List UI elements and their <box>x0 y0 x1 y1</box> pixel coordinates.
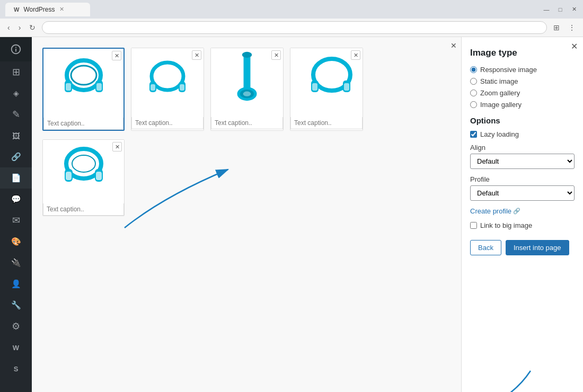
media-icon: 🖼 <box>12 131 20 140</box>
forward-button[interactable]: › <box>16 22 23 33</box>
back-button[interactable]: Back <box>470 240 501 255</box>
gallery-item-1[interactable]: ✕ <box>42 48 125 131</box>
sidebar-item-plugins[interactable]: 🔌 <box>0 252 32 273</box>
sidebar-item-posts[interactable]: ✎ <box>0 104 32 125</box>
svg-rect-4 <box>96 83 102 91</box>
image-type-options: Responsive image Static image Zoom galle… <box>470 66 575 109</box>
plugins-icon: 🔌 <box>11 258 21 268</box>
create-profile-label: Create profile <box>470 207 511 215</box>
tab-close-button[interactable]: ✕ <box>59 6 64 13</box>
tab-title: WordPress <box>23 6 55 13</box>
sidebar-item-tools[interactable]: 🔧 <box>0 295 32 316</box>
appearance-icon: 🎨 <box>11 237 21 246</box>
address-bar[interactable] <box>42 21 547 34</box>
gallery-item-close-2[interactable]: ✕ <box>192 50 201 60</box>
sidebar-item-users[interactable]: 👤 <box>0 273 32 295</box>
gallery-item-3[interactable]: ✕ <box>210 48 284 131</box>
sidebar-menu: ⊞ ◈ ✎ 🖼 🔗 📄 💬 ✉ 🎨 🔌 👤 🔧 ⚙ W S <box>0 61 32 379</box>
sidebar-item-appearance[interactable]: 🎨 <box>0 231 32 252</box>
svg-point-5 <box>71 66 96 85</box>
sidebar-item-wp[interactable]: W <box>0 337 32 358</box>
caption-input-2[interactable] <box>131 117 204 129</box>
radio-gallery[interactable]: Image gallery <box>470 101 575 109</box>
svg-point-12 <box>242 52 252 58</box>
window-controls: — □ ✕ <box>543 6 578 13</box>
wordpress-icon <box>10 43 22 55</box>
caption-input-3[interactable] <box>211 117 283 129</box>
caption-input-1[interactable] <box>43 118 123 130</box>
gallery-close-button[interactable]: ✕ <box>450 41 457 50</box>
minimize-button[interactable]: — <box>543 6 550 13</box>
settings-icon: ⚙ <box>12 320 20 332</box>
gallery-item-close-4[interactable]: ✕ <box>351 50 360 60</box>
headphone-svg-4 <box>292 51 361 114</box>
close-button[interactable]: ✕ <box>570 6 578 13</box>
radio-zoom-input[interactable] <box>470 90 477 96</box>
sidebar-item-jetpack[interactable]: ◈ <box>0 83 32 104</box>
gallery-item-close-5[interactable]: ✕ <box>112 142 122 152</box>
insert-button[interactable]: Insert into page <box>506 240 569 255</box>
headphone-svg-3 <box>223 51 271 114</box>
link-to-big-checkbox[interactable] <box>470 222 477 229</box>
maximize-button[interactable]: □ <box>556 6 564 13</box>
align-select[interactable]: Default Left Center Right <box>470 154 575 169</box>
radio-zoom[interactable]: Zoom gallery <box>470 89 575 97</box>
users-icon: 👤 <box>11 279 21 289</box>
lazy-loading-checkbox[interactable] <box>470 131 477 138</box>
browser-titlebar: W WordPress ✕ — □ ✕ <box>0 0 583 19</box>
browser-tab[interactable]: W WordPress ✕ <box>5 3 90 16</box>
radio-static-input[interactable] <box>470 78 477 85</box>
radio-static[interactable]: Static image <box>470 77 575 85</box>
radio-responsive-input[interactable] <box>470 66 477 73</box>
caption-input-4[interactable] <box>290 117 363 129</box>
svg-point-15 <box>243 92 251 96</box>
back-button[interactable]: ‹ <box>5 22 12 33</box>
tab-favicon: W <box>14 6 19 13</box>
create-profile-link[interactable]: Create profile 🔗 <box>470 207 575 215</box>
sidebar-item-settings[interactable]: ⚙ <box>0 316 32 337</box>
svg-rect-20 <box>344 83 349 91</box>
extensions-button[interactable]: ⊞ <box>551 22 562 33</box>
sidebar-item-links[interactable]: 🔗 <box>0 146 32 167</box>
lazy-loading-option[interactable]: Lazy loading <box>470 130 575 138</box>
gallery-panel: ✕ ✕ <box>32 37 461 392</box>
svg-rect-19 <box>312 83 317 91</box>
sidebar-item-feedback[interactable]: ✉ <box>0 210 32 231</box>
sidebar-item-comments[interactable]: 💬 <box>0 189 32 210</box>
gallery-item-4[interactable]: ✕ <box>290 48 363 131</box>
radio-gallery-input[interactable] <box>470 101 477 108</box>
browser-toolbar: ‹ › ↻ ⊞ ⋮ <box>0 19 583 37</box>
sidebar-item-pages[interactable]: 📄 <box>0 167 32 189</box>
svg-rect-3 <box>66 83 71 91</box>
svg-rect-25 <box>96 172 102 180</box>
gallery-top-row: ✕ <box>42 48 450 131</box>
link-to-big-option[interactable]: Link to big image <box>470 221 575 229</box>
panel-buttons: Back Insert into page <box>470 240 575 255</box>
gallery-item-5[interactable]: ✕ <box>42 139 125 216</box>
caption-input-5[interactable] <box>43 203 124 216</box>
wp-sidebar: ⊞ ◈ ✎ 🖼 🔗 📄 💬 ✉ 🎨 🔌 👤 🔧 ⚙ W S <box>0 37 32 392</box>
links-icon: 🔗 <box>11 152 21 162</box>
gallery-item-close-1[interactable]: ✕ <box>112 51 121 60</box>
lazy-loading-label: Lazy loading <box>480 130 519 138</box>
gallery-item-close-3[interactable]: ✕ <box>271 50 281 60</box>
refresh-button[interactable]: ↻ <box>27 22 38 33</box>
panel-title: Image type <box>470 48 575 58</box>
gallery-item-2[interactable]: ✕ <box>131 48 204 131</box>
pages-icon: 📄 <box>11 173 21 183</box>
headphone-svg-5 <box>52 141 116 202</box>
profile-select[interactable]: Default <box>470 185 575 201</box>
feedback-icon: ✉ <box>12 215 20 226</box>
sidebar-item-dashboard[interactable]: ⊞ <box>0 61 32 83</box>
sidebar-item-seo[interactable]: S <box>0 358 32 379</box>
insert-arrow <box>462 286 583 392</box>
align-label: Align <box>470 144 575 152</box>
link-to-big-label: Link to big image <box>480 221 532 229</box>
modal-sidebar: ✕ Image type Responsive image Static ima… <box>461 37 583 392</box>
dashboard-icon: ⊞ <box>12 66 20 78</box>
modal-dialog: ✕ ✕ <box>32 37 583 392</box>
modal-close-button[interactable]: ✕ <box>571 41 578 51</box>
sidebar-item-media[interactable]: 🖼 <box>0 125 32 146</box>
radio-responsive[interactable]: Responsive image <box>470 66 575 74</box>
menu-button[interactable]: ⋮ <box>566 22 578 33</box>
